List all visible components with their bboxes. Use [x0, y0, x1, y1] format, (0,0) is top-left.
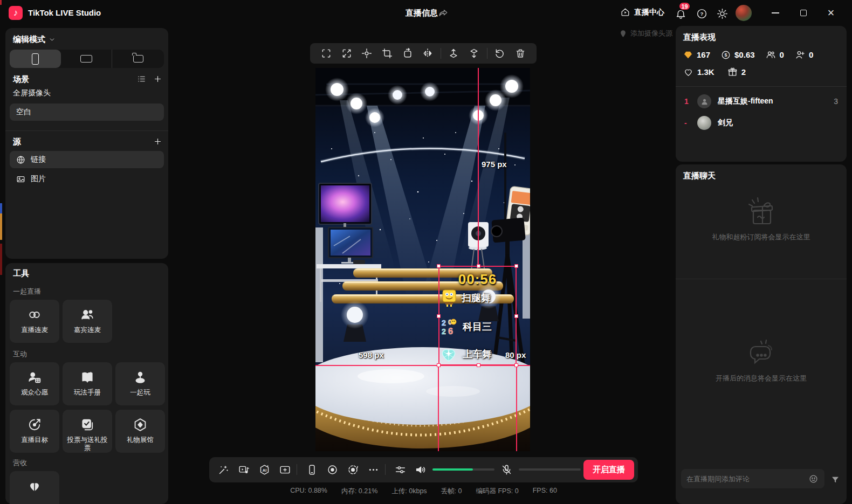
undo-icon[interactable] — [492, 46, 507, 61]
tool-card-play-manual[interactable]: 玩法手册 — [63, 362, 112, 405]
tool-card-label: 礼物展馆 — [125, 436, 156, 444]
window-close-button[interactable]: × — [823, 5, 839, 20]
media-music-icon[interactable] — [236, 462, 251, 477]
scene-item-label: 空白 — [16, 107, 31, 117]
add-camera-source-button[interactable]: 添加摄像头源 — [619, 29, 672, 38]
rotate-icon[interactable] — [400, 46, 415, 61]
stat-value: 167 — [697, 50, 710, 59]
mic-volume-slider[interactable] — [519, 468, 581, 471]
ranking-row[interactable]: 1 星播互娱-fifteen 3 — [676, 91, 847, 112]
bring-forward-icon[interactable] — [446, 46, 461, 61]
canvas-edit-toolbar — [310, 43, 537, 64]
tool-card-label: 投票与送礼投票 — [63, 436, 112, 452]
settings-gear-icon[interactable] — [714, 6, 730, 21]
link-mic-icon — [28, 308, 42, 322]
crop-icon[interactable] — [380, 46, 395, 61]
emoji-icon[interactable] — [807, 473, 819, 485]
add-source-icon[interactable] — [150, 134, 165, 149]
selection-handle[interactable] — [437, 314, 441, 318]
scenes-title: 场景 — [13, 74, 29, 85]
horizontal-measure-label: 598 px — [359, 350, 384, 360]
flip-horizontal-icon[interactable] — [420, 46, 435, 61]
source-item-link[interactable]: 链接 — [10, 151, 164, 168]
mic-muted-icon[interactable] — [499, 462, 514, 477]
start-live-button[interactable]: 开启直播 — [583, 460, 634, 480]
goal-target-icon — [28, 418, 42, 432]
year-2026-emoji: 2026 — [441, 317, 458, 336]
window-maximize-button[interactable] — [796, 5, 811, 20]
scene-item-blank[interactable]: 空白 — [10, 103, 164, 121]
live-chat-panel: 直播聊天 礼物和超粉订阅将会显示在这里 开播后的消息将会显示在这里 — [676, 164, 847, 504]
speaker-volume-slider[interactable] — [432, 468, 494, 471]
phone-mirror-icon[interactable] — [304, 462, 319, 477]
dollar-icon: $ — [721, 50, 731, 60]
live-preview-canvas[interactable]: 975 px 598 px 80 px 00:56 扫腿舞 2026 科目三 — [315, 68, 530, 451]
guide-line-right — [516, 365, 517, 451]
comment-input[interactable] — [686, 475, 807, 483]
edit-mode-label: 编辑模式 — [13, 34, 45, 45]
tool-card-live-link[interactable]: 直播连麦 — [10, 300, 59, 343]
layout-landscape-tab[interactable] — [61, 50, 112, 68]
audio-mixer-icon[interactable] — [393, 462, 408, 477]
tool-card-gift-gallery[interactable]: 礼物展馆 — [115, 410, 165, 453]
selection-handle[interactable] — [437, 264, 441, 268]
stat-likes: 1.3K — [683, 67, 714, 77]
scene-list-icon[interactable] — [134, 71, 149, 86]
more-options-icon[interactable] — [366, 462, 381, 477]
edit-mode-dropdown[interactable]: 编辑模式 — [13, 34, 56, 45]
layout-floating-tab[interactable] — [112, 50, 164, 68]
chat-filter-icon[interactable] — [828, 472, 843, 487]
ranker-avatar — [697, 116, 711, 130]
vertical-measure-label: 975 px — [482, 160, 507, 169]
tool-card-audience-wish[interactable]: 观众心愿 — [10, 362, 59, 405]
tool-card-revenue[interactable] — [10, 471, 59, 504]
center-position-icon[interactable] — [359, 46, 374, 61]
comment-input-box[interactable] — [681, 469, 824, 488]
expand-fullscreen-icon[interactable] — [339, 46, 354, 61]
ranking-row[interactable]: - 剑兄 — [676, 112, 847, 134]
app-title: TikTok LIVE Studio — [28, 8, 101, 17]
send-backward-icon[interactable] — [466, 46, 482, 61]
svg-text:?: ? — [700, 11, 703, 17]
tool-card-live-goal[interactable]: 直播目标 — [10, 410, 59, 453]
tiktok-logo-icon: ♪ — [9, 6, 23, 20]
phone-portrait-icon — [32, 53, 39, 65]
selection-handle[interactable] — [514, 363, 518, 367]
share-icon[interactable] — [436, 5, 451, 20]
svg-text:2: 2 — [442, 327, 446, 336]
tools-group-interact: 互动 — [13, 349, 27, 359]
source-item-image[interactable]: 图片 — [10, 170, 164, 188]
status-cpu: CPU: 0.88% — [290, 487, 327, 496]
selection-handle[interactable] — [514, 314, 518, 318]
selection-handle[interactable] — [477, 363, 480, 367]
user-avatar[interactable] — [736, 5, 752, 21]
help-icon[interactable]: ? — [694, 6, 709, 21]
screen-edge-artifact — [0, 213, 2, 240]
layout-portrait-tab[interactable] — [10, 50, 61, 68]
window-minimize-button[interactable] — [768, 5, 783, 20]
camera-flip-icon[interactable] — [345, 462, 360, 477]
screen-edge-artifact — [0, 244, 2, 275]
tool-card-label: 嘉宾连麦 — [72, 326, 103, 334]
sticker-frame-icon[interactable] — [277, 462, 292, 477]
scene-item-fullscreen-camera[interactable]: 全屏摄像头 — [13, 88, 51, 98]
ranker-name: 星播互娱-fifteen — [718, 96, 827, 106]
live-center-button[interactable]: 直播中心 — [620, 7, 664, 17]
ai-effects-icon[interactable]: AI — [257, 462, 272, 477]
selection-handle[interactable] — [477, 264, 480, 268]
overlay-selection-box[interactable]: 00:56 扫腿舞 2026 科目三 上车舞 — [438, 266, 517, 365]
selection-handle[interactable] — [437, 363, 441, 367]
selection-handle[interactable] — [514, 264, 518, 268]
select-area-icon[interactable] — [319, 46, 334, 61]
tool-card-guest-link[interactable]: 嘉宾连麦 — [63, 300, 112, 343]
delete-trash-icon[interactable] — [513, 46, 528, 61]
record-icon[interactable] — [325, 462, 340, 477]
vote-check-icon — [80, 418, 94, 432]
tool-card-play-together[interactable]: 一起玩 — [115, 362, 165, 405]
tool-card-polls[interactable]: 投票与送礼投票 — [63, 410, 112, 453]
stat-value: 2 — [741, 67, 746, 77]
effects-magic-icon[interactable] — [216, 462, 231, 477]
status-memory: 内存: 0.21% — [341, 487, 377, 496]
add-scene-icon[interactable] — [150, 71, 165, 86]
speaker-volume-icon[interactable] — [413, 462, 428, 477]
